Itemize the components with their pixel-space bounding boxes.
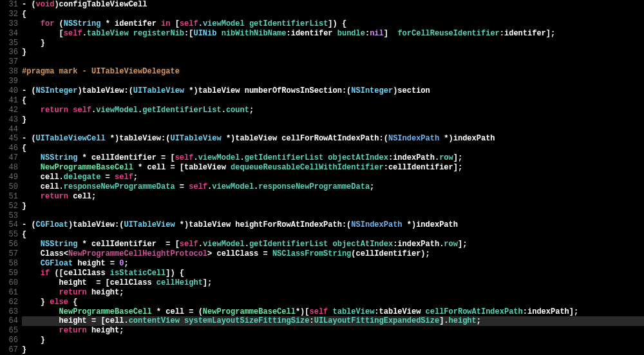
code-line[interactable]: { bbox=[22, 96, 644, 106]
token-plain: ; bbox=[124, 259, 128, 268]
token-prop: objectAtIndex bbox=[333, 240, 393, 249]
code-line[interactable]: } bbox=[22, 345, 644, 355]
token-nil: nil bbox=[370, 29, 384, 38]
code-line[interactable]: if ([cellClass isStaticCell]) { bbox=[22, 269, 644, 278]
code-line[interactable]: height = [cell.contentView systemLayoutS… bbox=[22, 316, 644, 326]
code-line[interactable]: NSString * cellIdentifier = [self.viewMo… bbox=[22, 240, 644, 249]
token-type2: NSIndexPath bbox=[388, 134, 439, 143]
code-line[interactable]: } bbox=[22, 202, 644, 211]
token-plain: ]. bbox=[439, 316, 448, 325]
token-prop: viewModel bbox=[96, 106, 138, 115]
token-plain: *)indexPath bbox=[402, 220, 458, 229]
token-plain bbox=[22, 240, 41, 249]
code-line[interactable]: - (UITableViewCell *)tableView:(UITableV… bbox=[22, 134, 644, 144]
line-number-gutter: 3132333435363738394041424344454647484950… bbox=[0, 0, 22, 355]
token-plain: = bbox=[100, 173, 115, 182]
code-area[interactable]: - (void)configTableViewCell{ for (NSStri… bbox=[22, 0, 644, 355]
token-plain: { bbox=[22, 144, 26, 153]
token-prop: objectAtIndex bbox=[328, 153, 388, 162]
code-line[interactable]: { bbox=[22, 144, 644, 153]
line-number: 34 bbox=[0, 29, 18, 39]
code-line[interactable] bbox=[22, 77, 644, 86]
token-plain bbox=[22, 19, 41, 28]
token-plain: )configTableViewCell bbox=[54, 0, 147, 9]
token-plain: :indexPath. bbox=[393, 240, 444, 249]
token-plain: ; bbox=[477, 316, 481, 325]
token-prop: systemLayoutSizeFittingSize bbox=[184, 316, 309, 325]
token-plain: ]; bbox=[453, 153, 462, 162]
code-line[interactable] bbox=[22, 211, 644, 221]
token-prop: viewModel bbox=[203, 19, 245, 28]
token-plain bbox=[22, 326, 59, 335]
token-plain: - ( bbox=[22, 220, 36, 229]
code-line[interactable]: - (NSInteger)tableView:(UITableView *)ta… bbox=[22, 86, 644, 96]
code-line[interactable] bbox=[22, 57, 644, 67]
token-plain: } bbox=[22, 39, 45, 48]
token-plain: } bbox=[22, 115, 26, 124]
token-prop: responseNewProgrammeData bbox=[64, 182, 175, 191]
line-number: 44 bbox=[0, 125, 18, 135]
token-plain bbox=[22, 163, 41, 172]
line-number: 33 bbox=[0, 19, 18, 29]
line-number: 32 bbox=[0, 10, 18, 19]
token-prop: height bbox=[449, 316, 477, 325]
token-plain: *)tableView:( bbox=[106, 134, 171, 143]
code-line[interactable]: } bbox=[22, 115, 644, 125]
code-line[interactable]: [self.tableView registerNib:[UINib nibWi… bbox=[22, 29, 644, 39]
token-keyword: else bbox=[50, 298, 68, 307]
token-plain: :cellIdentifier]; bbox=[384, 163, 462, 172]
line-number: 40 bbox=[0, 86, 18, 96]
token-keyword: self bbox=[180, 240, 198, 249]
token-prop: UILayoutFittingExpandedSize bbox=[314, 316, 439, 325]
code-line[interactable]: NewProgrammeBaseCell * cell = (NewProgra… bbox=[22, 307, 644, 317]
line-number: 61 bbox=[0, 288, 18, 298]
code-line[interactable]: } else { bbox=[22, 298, 644, 307]
line-number: 45 bbox=[0, 134, 18, 144]
line-number: 65 bbox=[0, 326, 18, 336]
code-editor[interactable]: 3132333435363738394041424344454647484950… bbox=[0, 0, 644, 355]
line-number: 49 bbox=[0, 173, 18, 182]
token-type: CGFloat bbox=[41, 259, 73, 268]
code-line[interactable]: CGFloat height = 0; bbox=[22, 259, 644, 269]
token-keyword: self bbox=[180, 19, 198, 28]
token-prop: cellForRowAtIndexPath bbox=[426, 307, 523, 316]
token-plain: * cell = ( bbox=[152, 307, 203, 316]
token-plain: :identifer bbox=[287, 29, 337, 38]
code-line[interactable]: return cell; bbox=[22, 192, 644, 202]
code-line[interactable]: - (void)configTableViewCell bbox=[22, 0, 644, 10]
token-plain: [ bbox=[170, 19, 179, 28]
code-line[interactable]: #pragma mark - UITableViewDelegate bbox=[22, 67, 644, 77]
token-plain: height = bbox=[73, 259, 119, 268]
code-line[interactable]: cell.responseNewProgrammeData = self.vie… bbox=[22, 182, 644, 192]
code-line[interactable]: return self.viewModel.getIdentifierList.… bbox=[22, 106, 644, 115]
token-type2: NSIndexPath bbox=[351, 220, 402, 229]
code-line[interactable]: { bbox=[22, 230, 644, 240]
code-line[interactable]: return height; bbox=[22, 326, 644, 336]
code-line[interactable]: return height; bbox=[22, 288, 644, 298]
code-line[interactable]: height = [cellClass cellHeight]; bbox=[22, 278, 644, 288]
token-plain: > cellClass = bbox=[207, 249, 272, 258]
line-number: 46 bbox=[0, 144, 18, 153]
code-line[interactable]: for (NSString * identifer in [self.viewM… bbox=[22, 19, 644, 29]
code-line[interactable] bbox=[22, 125, 644, 135]
token-plain bbox=[328, 240, 332, 249]
token-plain: )tableView:( bbox=[77, 86, 133, 95]
code-line[interactable]: } bbox=[22, 39, 644, 48]
token-plain: ]; bbox=[458, 240, 467, 249]
line-number: 52 bbox=[0, 202, 18, 211]
code-line[interactable]: } bbox=[22, 336, 644, 345]
token-plain: height = [cell. bbox=[22, 316, 129, 325]
code-line[interactable]: } bbox=[22, 48, 644, 57]
code-line[interactable]: Class<NewProgrammeCellHeightProtocol> ce… bbox=[22, 249, 644, 259]
token-prop: dequeueReusableCellWithIdentifier bbox=[231, 163, 384, 172]
token-plain: ; bbox=[370, 182, 374, 191]
token-plain: * cell = [tableView bbox=[133, 163, 231, 172]
token-plain: ]) { bbox=[166, 269, 184, 278]
token-prop: row bbox=[439, 153, 453, 162]
code-line[interactable]: - (CGFloat)tableView:(UITableView *)tabl… bbox=[22, 220, 644, 230]
code-line[interactable]: cell.delegate = self; bbox=[22, 173, 644, 182]
code-line[interactable]: NewProgrammeBaseCell * cell = [tableView… bbox=[22, 163, 644, 173]
code-line[interactable]: NSString * cellIdentifier = [self.viewMo… bbox=[22, 153, 644, 163]
code-line[interactable]: { bbox=[22, 10, 644, 19]
token-prop: bundle bbox=[337, 29, 365, 38]
